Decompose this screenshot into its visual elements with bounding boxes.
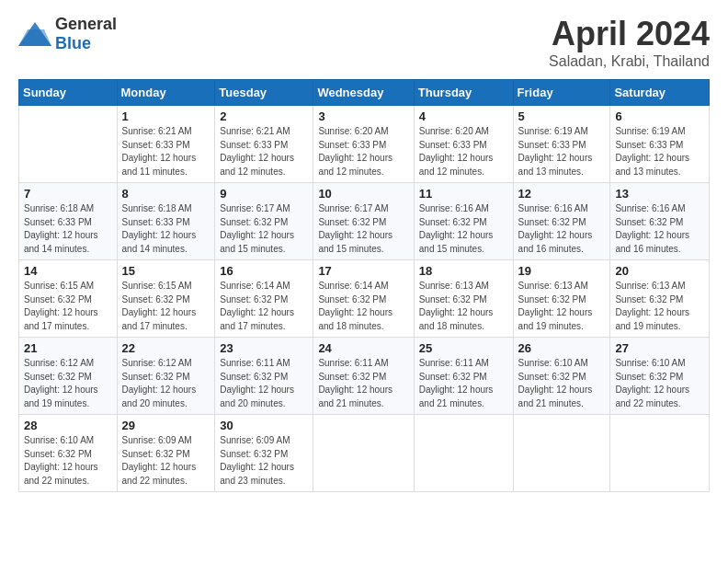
weekday-header-saturday: Saturday bbox=[610, 80, 710, 106]
day-info: Sunrise: 6:15 AM Sunset: 6:32 PM Dayligh… bbox=[24, 280, 112, 333]
calendar-week-row: 14Sunrise: 6:15 AM Sunset: 6:32 PM Dayli… bbox=[19, 260, 710, 338]
day-number: 5 bbox=[518, 109, 606, 123]
day-number: 1 bbox=[122, 109, 210, 123]
day-number: 18 bbox=[419, 264, 508, 278]
calendar-cell: 10Sunrise: 6:17 AM Sunset: 6:32 PM Dayli… bbox=[313, 183, 414, 260]
day-number: 6 bbox=[615, 109, 704, 123]
day-number: 16 bbox=[220, 264, 308, 278]
day-number: 11 bbox=[419, 187, 508, 201]
calendar-cell: 26Sunrise: 6:10 AM Sunset: 6:32 PM Dayli… bbox=[513, 338, 610, 415]
calendar-cell: 23Sunrise: 6:11 AM Sunset: 6:32 PM Dayli… bbox=[215, 338, 313, 415]
calendar-cell: 20Sunrise: 6:13 AM Sunset: 6:32 PM Dayli… bbox=[610, 260, 710, 338]
calendar-week-row: 7Sunrise: 6:18 AM Sunset: 6:33 PM Daylig… bbox=[19, 183, 710, 260]
weekday-header-row: SundayMondayTuesdayWednesdayThursdayFrid… bbox=[19, 80, 710, 106]
day-info: Sunrise: 6:13 AM Sunset: 6:32 PM Dayligh… bbox=[615, 280, 704, 333]
calendar-cell: 13Sunrise: 6:16 AM Sunset: 6:32 PM Dayli… bbox=[610, 183, 710, 260]
day-number: 19 bbox=[518, 264, 606, 278]
calendar-cell: 9Sunrise: 6:17 AM Sunset: 6:32 PM Daylig… bbox=[215, 183, 313, 260]
day-info: Sunrise: 6:18 AM Sunset: 6:33 PM Dayligh… bbox=[122, 202, 210, 256]
weekday-header-sunday: Sunday bbox=[19, 80, 118, 106]
calendar-cell: 16Sunrise: 6:14 AM Sunset: 6:32 PM Dayli… bbox=[215, 260, 313, 338]
day-info: Sunrise: 6:10 AM Sunset: 6:32 PM Dayligh… bbox=[615, 357, 704, 410]
day-info: Sunrise: 6:15 AM Sunset: 6:32 PM Dayligh… bbox=[122, 280, 210, 333]
day-number: 17 bbox=[318, 264, 408, 278]
calendar-cell: 1Sunrise: 6:21 AM Sunset: 6:33 PM Daylig… bbox=[117, 106, 215, 183]
svg-marker-1 bbox=[18, 29, 51, 46]
calendar-cell: 22Sunrise: 6:12 AM Sunset: 6:32 PM Dayli… bbox=[117, 338, 215, 415]
day-info: Sunrise: 6:09 AM Sunset: 6:32 PM Dayligh… bbox=[220, 434, 308, 488]
calendar-table: SundayMondayTuesdayWednesdayThursdayFrid… bbox=[18, 79, 710, 492]
day-number: 29 bbox=[122, 419, 210, 432]
calendar-cell: 5Sunrise: 6:19 AM Sunset: 6:33 PM Daylig… bbox=[513, 106, 610, 183]
calendar-cell: 25Sunrise: 6:11 AM Sunset: 6:32 PM Dayli… bbox=[414, 338, 513, 415]
calendar-cell: 27Sunrise: 6:10 AM Sunset: 6:32 PM Dayli… bbox=[610, 338, 710, 415]
calendar-cell bbox=[414, 415, 513, 492]
day-info: Sunrise: 6:16 AM Sunset: 6:32 PM Dayligh… bbox=[419, 202, 508, 256]
calendar-cell bbox=[313, 415, 414, 492]
calendar-cell: 30Sunrise: 6:09 AM Sunset: 6:32 PM Dayli… bbox=[215, 415, 313, 492]
day-info: Sunrise: 6:20 AM Sunset: 6:33 PM Dayligh… bbox=[419, 125, 508, 178]
day-number: 22 bbox=[122, 341, 210, 355]
calendar-cell: 15Sunrise: 6:15 AM Sunset: 6:32 PM Dayli… bbox=[117, 260, 215, 338]
day-info: Sunrise: 6:16 AM Sunset: 6:32 PM Dayligh… bbox=[518, 202, 606, 256]
day-info: Sunrise: 6:12 AM Sunset: 6:32 PM Dayligh… bbox=[24, 357, 112, 410]
day-info: Sunrise: 6:09 AM Sunset: 6:32 PM Dayligh… bbox=[122, 434, 210, 488]
day-info: Sunrise: 6:13 AM Sunset: 6:32 PM Dayligh… bbox=[419, 280, 508, 333]
day-number: 3 bbox=[318, 109, 408, 123]
calendar-cell: 3Sunrise: 6:20 AM Sunset: 6:33 PM Daylig… bbox=[313, 106, 414, 183]
day-number: 10 bbox=[318, 187, 408, 201]
day-info: Sunrise: 6:17 AM Sunset: 6:32 PM Dayligh… bbox=[220, 202, 308, 256]
logo-text-blue: Blue bbox=[55, 34, 91, 52]
day-info: Sunrise: 6:10 AM Sunset: 6:32 PM Dayligh… bbox=[24, 434, 112, 488]
day-number: 14 bbox=[24, 264, 112, 278]
day-number: 8 bbox=[122, 187, 210, 201]
day-info: Sunrise: 6:14 AM Sunset: 6:32 PM Dayligh… bbox=[318, 280, 408, 333]
weekday-header-tuesday: Tuesday bbox=[215, 80, 313, 106]
day-info: Sunrise: 6:11 AM Sunset: 6:32 PM Dayligh… bbox=[419, 357, 508, 410]
weekday-header-friday: Friday bbox=[513, 80, 610, 106]
day-info: Sunrise: 6:12 AM Sunset: 6:32 PM Dayligh… bbox=[122, 357, 210, 410]
day-info: Sunrise: 6:11 AM Sunset: 6:32 PM Dayligh… bbox=[220, 357, 308, 410]
weekday-header-thursday: Thursday bbox=[414, 80, 513, 106]
day-info: Sunrise: 6:10 AM Sunset: 6:32 PM Dayligh… bbox=[518, 357, 606, 410]
day-info: Sunrise: 6:16 AM Sunset: 6:32 PM Dayligh… bbox=[615, 202, 704, 256]
day-number: 4 bbox=[419, 109, 508, 123]
page-header: General Blue April 2024 Saladan, Krabi, … bbox=[18, 15, 710, 70]
calendar-cell: 24Sunrise: 6:11 AM Sunset: 6:32 PM Dayli… bbox=[313, 338, 414, 415]
logo: General Blue bbox=[18, 15, 117, 53]
day-number: 13 bbox=[615, 187, 704, 201]
day-info: Sunrise: 6:13 AM Sunset: 6:32 PM Dayligh… bbox=[518, 280, 606, 333]
weekday-header-monday: Monday bbox=[117, 80, 215, 106]
calendar-cell: 8Sunrise: 6:18 AM Sunset: 6:33 PM Daylig… bbox=[117, 183, 215, 260]
day-number: 2 bbox=[220, 109, 308, 123]
calendar-cell: 6Sunrise: 6:19 AM Sunset: 6:33 PM Daylig… bbox=[610, 106, 710, 183]
day-number: 23 bbox=[220, 341, 308, 355]
day-number: 15 bbox=[122, 264, 210, 278]
calendar-cell bbox=[513, 415, 610, 492]
day-info: Sunrise: 6:21 AM Sunset: 6:33 PM Dayligh… bbox=[220, 125, 308, 178]
day-info: Sunrise: 6:19 AM Sunset: 6:33 PM Dayligh… bbox=[518, 125, 606, 178]
day-info: Sunrise: 6:11 AM Sunset: 6:32 PM Dayligh… bbox=[318, 357, 408, 410]
calendar-cell: 7Sunrise: 6:18 AM Sunset: 6:33 PM Daylig… bbox=[19, 183, 118, 260]
weekday-header-wednesday: Wednesday bbox=[313, 80, 414, 106]
calendar-cell: 4Sunrise: 6:20 AM Sunset: 6:33 PM Daylig… bbox=[414, 106, 513, 183]
calendar-location: Saladan, Krabi, Thailand bbox=[549, 53, 710, 70]
calendar-week-row: 21Sunrise: 6:12 AM Sunset: 6:32 PM Dayli… bbox=[19, 338, 710, 415]
calendar-cell: 18Sunrise: 6:13 AM Sunset: 6:32 PM Dayli… bbox=[414, 260, 513, 338]
day-number: 25 bbox=[419, 341, 508, 355]
calendar-cell: 28Sunrise: 6:10 AM Sunset: 6:32 PM Dayli… bbox=[19, 415, 118, 492]
calendar-cell bbox=[19, 106, 118, 183]
logo-text-general: General bbox=[55, 15, 117, 33]
calendar-cell bbox=[610, 415, 710, 492]
day-number: 21 bbox=[24, 341, 112, 355]
calendar-cell: 14Sunrise: 6:15 AM Sunset: 6:32 PM Dayli… bbox=[19, 260, 118, 338]
day-info: Sunrise: 6:18 AM Sunset: 6:33 PM Dayligh… bbox=[24, 202, 112, 256]
calendar-cell: 11Sunrise: 6:16 AM Sunset: 6:32 PM Dayli… bbox=[414, 183, 513, 260]
day-number: 30 bbox=[220, 419, 308, 432]
calendar-cell: 21Sunrise: 6:12 AM Sunset: 6:32 PM Dayli… bbox=[19, 338, 118, 415]
calendar-week-row: 28Sunrise: 6:10 AM Sunset: 6:32 PM Dayli… bbox=[19, 415, 710, 492]
logo-icon bbox=[18, 20, 51, 48]
day-number: 26 bbox=[518, 341, 606, 355]
title-block: April 2024 Saladan, Krabi, Thailand bbox=[549, 15, 710, 70]
day-number: 12 bbox=[518, 187, 606, 201]
